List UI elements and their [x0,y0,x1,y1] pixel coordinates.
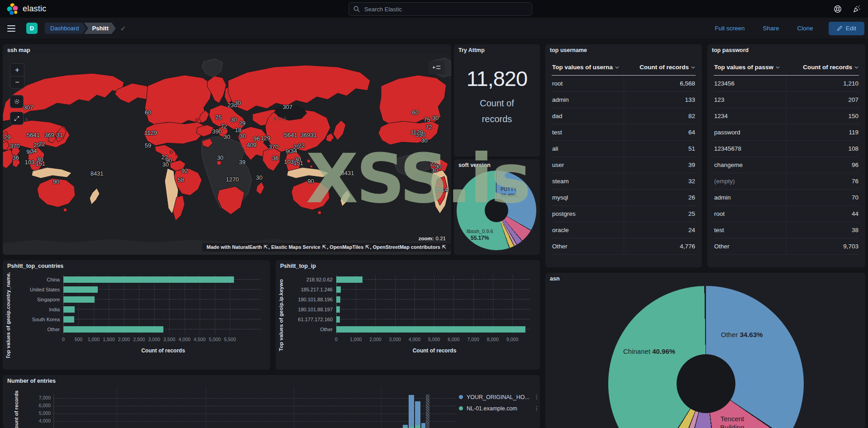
map-cluster-label[interactable]: 96 [253,135,260,142]
map-cluster-label[interactable]: 39 [239,159,245,166]
breadcrumb-dashboard[interactable]: Dashboard [45,23,86,34]
table-row[interactable]: test64 [552,124,696,141]
map-cluster-label[interactable]: 34 [30,147,37,154]
map-cluster-label[interactable]: 30 [217,154,223,161]
table-row[interactable]: Other4,776 [552,238,696,255]
map-cluster-label[interactable]: 30 [162,161,168,167]
table-row[interactable]: admin70 [714,190,859,206]
map-cluster-label[interactable]: 30 [431,167,438,174]
table-row[interactable]: root6,568 [552,76,696,92]
map-cluster-label[interactable]: 30 [234,99,241,106]
column-header-count[interactable]: Count of records [787,59,859,76]
map-cluster-label[interactable]: 409 [247,141,257,148]
layers-legend-icon[interactable] [429,61,445,74]
legend-menu-icon[interactable]: ⋮ [534,405,539,412]
map-cluster-label[interactable]: 30 [432,114,439,121]
world-map[interactable]: 3076011295922903092582956413693137036292… [3,54,451,255]
dashboard-badge[interactable]: D [26,23,38,34]
table-row[interactable]: ali51 [552,141,696,157]
map-cluster-label[interactable]: 30 [421,137,427,144]
map-cluster-label[interactable]: 30 [37,156,43,162]
map-cluster-label[interactable]: 90 [53,178,59,185]
bar[interactable] [336,286,341,293]
table-row[interactable]: oracle24 [552,222,696,238]
elastic-logo[interactable]: elastic [6,2,46,16]
map-cluster-label[interactable]: 75 [424,116,430,123]
table-row[interactable]: postgres25 [552,206,696,222]
map-cluster-label[interactable]: 5641 [27,132,40,138]
map-cluster-label[interactable]: 129 [261,134,271,141]
asn-pie[interactable] [608,286,804,428]
attribution-link[interactable]: OpenMapTiles [329,244,363,250]
clone-button[interactable]: Clone [794,24,816,32]
fit-bounds-icon[interactable] [10,112,24,125]
time-bar[interactable] [409,395,414,428]
map-cluster-label[interactable]: 60 [145,109,151,115]
map-cluster-label[interactable]: 1129 [410,129,423,136]
bar[interactable] [63,306,75,313]
map-cluster-label[interactable]: 103 [284,158,294,165]
map-cluster-label[interactable]: 30 [230,116,237,123]
time-bar[interactable] [426,395,429,428]
map-cluster-label[interactable]: 390 [212,128,222,135]
map-cluster-label[interactable]: 370 [10,143,20,149]
table-row[interactable]: 1234150 [714,108,859,124]
map-cluster-label[interactable]: 22 [38,140,45,147]
map-cluster-label[interactable]: 59 [145,142,151,149]
table-row[interactable]: test38 [714,222,859,238]
table-row[interactable]: Other9,703 [714,238,859,255]
table-row[interactable]: root44 [714,206,859,222]
map-cluster-label[interactable]: 75 [215,114,221,121]
soft-version-pie[interactable] [457,171,536,250]
legend-item[interactable]: NL-01.example.com⋮ [459,403,539,414]
table-row[interactable]: mysql26 [552,190,696,206]
bar[interactable] [63,296,95,303]
global-search[interactable] [348,2,532,16]
map-cluster-label[interactable]: 29 [4,133,10,140]
bar[interactable] [63,316,74,323]
zoom-out-icon[interactable]: − [10,76,24,88]
column-header-values[interactable]: Top values of userna [552,59,624,76]
map-cluster-label[interactable]: 103 [25,159,35,166]
map-cluster-label[interactable]: 1270 [226,176,239,183]
map-cluster-label[interactable]: 30 [295,156,301,162]
menu-icon[interactable] [7,25,15,32]
map-cluster-label[interactable]: 30 [224,133,230,140]
table-row[interactable]: password119 [714,124,859,141]
table-row[interactable]: 12345678108 [714,141,859,157]
bar[interactable] [63,326,163,333]
search-input[interactable] [363,5,532,13]
bar[interactable] [63,276,234,283]
map-cluster-label[interactable]: 370 [269,143,279,150]
map-cluster-label[interactable]: 307 [282,104,292,110]
attribution-link[interactable]: Elastic Maps Service [271,244,320,250]
table-row[interactable]: 1234561,210 [714,76,859,92]
map-cluster-label[interactable]: 31 [310,132,317,138]
time-bar[interactable] [415,401,420,428]
share-button[interactable]: Share [760,24,782,32]
help-icon[interactable] [834,5,842,13]
map-cluster-label[interactable]: 58 [177,176,184,183]
bar[interactable] [336,316,340,323]
column-header-count[interactable]: Count of records [624,59,696,76]
bar[interactable] [63,286,98,293]
map-cluster-label[interactable]: 369 [44,132,54,138]
edit-button[interactable]: Edit [829,22,864,35]
map-cluster-label[interactable]: 92 [181,167,188,174]
table-row[interactable]: steam32 [552,173,696,190]
map-cluster-label[interactable]: 22 [298,142,305,149]
breadcrumb-current[interactable]: Pshitt [84,23,116,34]
table-row[interactable]: dad82 [552,108,696,124]
map-cluster-label[interactable]: 8431 [91,170,104,177]
legend-menu-icon[interactable]: ⋮ [534,394,539,400]
time-bar[interactable] [403,425,408,428]
table-row[interactable]: user39 [552,157,696,173]
map-cluster-label[interactable]: 30 [239,133,246,139]
map-cluster-label[interactable]: 34 [291,147,297,154]
table-row[interactable]: admin133 [552,92,696,108]
column-header-values[interactable]: Top values of passw [714,59,787,76]
map-cluster-label[interactable]: 30 [256,174,262,181]
map-cluster-label[interactable]: 307 [24,104,33,110]
locate-icon[interactable] [10,95,24,108]
bar[interactable] [336,326,525,333]
